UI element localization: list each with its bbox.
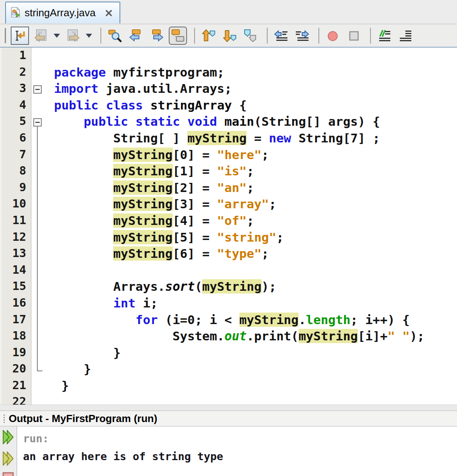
back-dropdown-icon[interactable] — [54, 34, 60, 38]
fold-toggle-icon[interactable] — [33, 85, 42, 94]
code-line: 19 } — [0, 345, 457, 362]
next-bookmark-icon — [222, 29, 237, 43]
shift-line-right-button[interactable] — [293, 27, 311, 45]
next-bookmark-button[interactable] — [220, 27, 239, 45]
code-text: } — [44, 378, 457, 395]
shift-line-left-icon — [274, 29, 288, 43]
fold-guide-line — [37, 126, 42, 371]
output-title: Output - MyFirstProgram (run) — [9, 413, 157, 425]
find-next-icon — [150, 29, 164, 43]
forward-dropdown-icon[interactable] — [86, 34, 92, 38]
line-number: 17 — [0, 313, 31, 329]
code-text: myString[6] = "type"; — [44, 246, 457, 263]
panel-splitter[interactable] — [0, 405, 457, 411]
output-console[interactable]: run: an array here is of string type — [17, 426, 223, 476]
line-number: 11 — [0, 213, 31, 230]
toggle-bookmark-button[interactable] — [241, 27, 260, 45]
find-previous-icon — [129, 29, 143, 43]
code-line: 9 myString[2] = "an"; — [0, 180, 457, 197]
toolbar-separator — [194, 28, 195, 44]
java-file-icon — [10, 6, 21, 20]
last-edit-location-button[interactable] — [11, 27, 29, 45]
rerun-alt-icon — [2, 450, 15, 468]
code-line: 7 myString[0] = "here"; — [0, 148, 457, 164]
code-text: String[ ] myString = new String[7] ; — [44, 131, 457, 148]
code-text — [44, 48, 457, 65]
tab-stringarray-java[interactable]: stringArray.java — [5, 2, 120, 23]
toolbar-grip[interactable] — [5, 28, 6, 43]
console-line: run: — [23, 430, 223, 447]
code-line: 18 System.out.print(myString[i]+" "); — [0, 329, 457, 345]
line-number: 3 — [0, 81, 31, 98]
editor-toolbar — [0, 24, 457, 48]
back-button[interactable] — [32, 27, 50, 45]
line-number: 8 — [0, 164, 31, 180]
rerun-with-different-parameters-button[interactable] — [2, 450, 15, 468]
previous-bookmark-icon — [201, 29, 216, 43]
rerun-icon — [2, 429, 15, 446]
comment-button[interactable] — [375, 27, 393, 45]
record-icon — [326, 29, 340, 43]
fold-toggle-icon[interactable] — [33, 118, 42, 127]
code-text: Arrays.sort(myString); — [44, 279, 457, 296]
code-text: myString[0] = "here"; — [44, 148, 457, 164]
editor-tab-bar: stringArray.java — [0, 0, 457, 24]
back-icon — [33, 29, 48, 42]
rerun-button[interactable] — [2, 429, 15, 446]
output-panel: run: an array here is of string type — [0, 426, 457, 476]
toggle-bookmark-icon — [243, 29, 258, 43]
line-number: 13 — [0, 246, 31, 263]
code-text: } — [44, 362, 457, 378]
find-selection-icon — [108, 29, 122, 43]
stop-button[interactable] — [2, 472, 15, 476]
output-header[interactable]: Output - MyFirstProgram (run) — [0, 411, 457, 426]
line-number: 21 — [0, 378, 31, 395]
find-next-occurrence-button[interactable] — [148, 27, 166, 45]
find-previous-occurrence-button[interactable] — [127, 27, 145, 45]
uncomment-button[interactable] — [396, 27, 415, 45]
code-line: 8 myString[1] = "is"; — [0, 164, 457, 180]
code-line: 15 Arrays.sort(myString); — [0, 279, 457, 296]
code-line: 13 myString[6] = "type"; — [0, 246, 457, 263]
code-text: myString[2] = "an"; — [44, 180, 457, 197]
uncomment-icon — [398, 29, 413, 43]
code-text: import java.util.Arrays; — [44, 81, 457, 98]
code-text: for (i=0; i < myString.length; i++) { — [44, 313, 457, 329]
line-number: 12 — [0, 230, 31, 247]
stop-macro-recording-button[interactable] — [345, 27, 363, 45]
start-macro-recording-button[interactable] — [324, 27, 342, 45]
code-line: 12 myString[5] = "string"; — [0, 230, 457, 247]
line-number: 4 — [0, 98, 31, 115]
shift-line-right-icon — [295, 29, 309, 43]
code-line: 4public class stringArray { — [0, 98, 457, 115]
last-edit-location-icon — [13, 29, 27, 42]
line-number: 1 — [0, 48, 31, 65]
fold-column — [31, 395, 44, 405]
netbeans-editor-window: stringArray.java — [0, 0, 457, 476]
previous-bookmark-button[interactable] — [199, 27, 218, 45]
code-lines: 12package myfirstprogram;3import java.ut… — [0, 48, 457, 405]
code-line: 17 for (i=0; i < myString.length; i++) { — [0, 313, 457, 329]
close-icon[interactable] — [104, 8, 114, 18]
code-line: 6 String[ ] myString = new String[7] ; — [0, 131, 457, 148]
drag-grip-icon[interactable] — [4, 415, 5, 423]
toolbar-separator — [100, 28, 101, 44]
forward-button[interactable] — [64, 27, 82, 45]
code-text — [44, 395, 457, 405]
toggle-highlight-search-button[interactable] — [169, 27, 187, 45]
fold-column — [31, 81, 44, 98]
code-editor[interactable]: 12package myfirstprogram;3import java.ut… — [0, 48, 457, 405]
line-number: 10 — [0, 197, 31, 213]
code-text: package myfirstprogram; — [44, 65, 457, 82]
shift-line-left-button[interactable] — [272, 27, 290, 45]
find-selection-button[interactable] — [106, 27, 124, 45]
toggle-highlight-search-icon — [171, 29, 185, 43]
code-line: 5 public static void main(String[] args)… — [0, 114, 457, 131]
code-line: 2package myfirstprogram; — [0, 65, 457, 82]
comment-icon — [377, 29, 391, 43]
code-text: myString[4] = "of"; — [44, 213, 457, 230]
code-line: 3import java.util.Arrays; — [0, 81, 457, 98]
fold-column — [31, 378, 44, 395]
line-number: 19 — [0, 345, 31, 362]
code-text — [44, 263, 457, 280]
